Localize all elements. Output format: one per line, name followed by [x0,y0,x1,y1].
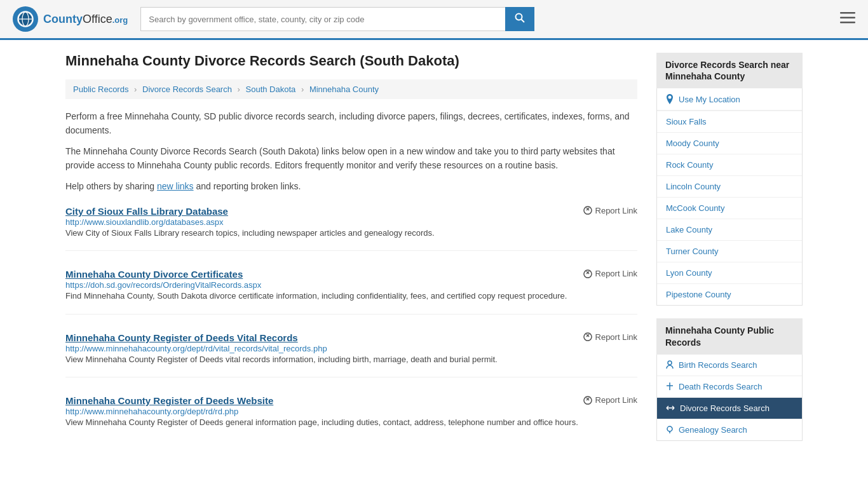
logo-icon [13,6,38,32]
breadcrumb-divorce-records[interactable]: Divorce Records Search [142,85,232,94]
result-item: City of Sioux Falls Library Database Rep… [65,206,637,252]
result-title[interactable]: City of Sioux Falls Library Database [65,206,228,217]
result-url[interactable]: http://www.minnehahacounty.org/dept/rd/r… [65,407,238,416]
report-link-1[interactable]: Report Link [583,269,637,278]
svg-rect-7 [840,17,855,19]
result-url[interactable]: http://www.minnehahacounty.org/dept/rd/v… [65,344,327,353]
public-records-title: Minnehaha County Public Records [656,318,803,354]
genealogy-search-item[interactable]: Genealogy Search [657,419,802,440]
birth-records-item[interactable]: Birth Records Search [657,355,802,376]
list-item[interactable]: Sioux Falls [657,111,802,133]
result-desc: View Minnehaha County Register of Deeds … [65,353,637,366]
svg-rect-6 [840,12,855,14]
menu-button[interactable] [840,11,855,27]
nearby-list: Use My Location Sioux Falls Moody County… [656,88,803,306]
divorce-records-item[interactable]: Divorce Records Search [657,398,802,419]
svg-point-17 [668,361,672,365]
main-container: Minnehaha County Divorce Records Search … [53,40,815,471]
description-2: The Minnehaha County Divorce Records Sea… [65,144,637,173]
use-location-label: Use My Location [679,95,740,104]
result-url[interactable]: https://doh.sd.gov/records/OrderingVital… [65,280,261,290]
search-button[interactable] [505,7,534,31]
nearby-section: Divorce Records Search near Minnehaha Co… [656,53,803,306]
svg-point-4 [516,14,522,20]
search-input[interactable] [140,7,505,31]
result-item: Minnehaha County Register of Deeds Vital… [65,332,637,378]
results-list: City of Sioux Falls Library Database Rep… [65,206,637,440]
report-link-2[interactable]: Report Link [583,332,637,342]
breadcrumb-public-records[interactable]: Public Records [73,85,128,94]
result-title[interactable]: Minnehaha County Register of Deeds Websi… [65,395,273,406]
result-url[interactable]: http://www.siouxlandlib.org/databases.as… [65,217,224,227]
svg-rect-8 [840,22,855,24]
use-location-item[interactable]: Use My Location [657,88,802,111]
search-bar [140,7,534,31]
list-item[interactable]: Rock County [657,154,802,176]
breadcrumb-south-dakota[interactable]: South Dakota [246,85,296,94]
site-header: CountyOffice.org [0,0,868,40]
list-item[interactable]: McCook County [657,198,802,219]
result-item: Minnehaha County Register of Deeds Websi… [65,395,637,440]
breadcrumb-minnehaha[interactable]: Minnehaha County [309,85,379,94]
logo-link[interactable]: CountyOffice.org [13,6,128,32]
result-title[interactable]: Minnehaha County Divorce Certificates [65,269,243,280]
list-item[interactable]: Pipestone County [657,284,802,305]
result-title[interactable]: Minnehaha County Register of Deeds Vital… [65,332,298,343]
svg-point-25 [667,426,672,431]
content-area: Minnehaha County Divorce Records Search … [65,53,637,458]
report-link-3[interactable]: Report Link [583,395,637,405]
svg-line-5 [522,20,525,23]
list-item[interactable]: Lake County [657,219,802,241]
list-item[interactable]: Lyon County [657,262,802,284]
description-1: Perform a free Minnehaha County, SD publ… [65,109,637,138]
public-records-section: Minnehaha County Public Records Birth Re… [656,318,803,440]
breadcrumb: Public Records › Divorce Records Search … [65,79,637,99]
new-links-link[interactable]: new links [157,181,194,191]
page-title: Minnehaha County Divorce Records Search … [65,53,637,69]
list-item[interactable]: Lincoln County [657,176,802,198]
result-desc: View City of Sioux Falls Library researc… [65,227,637,240]
result-desc: View Minnehaha County Register of Deeds … [65,416,637,429]
sidebar: Divorce Records Search near Minnehaha Co… [656,53,803,458]
public-records-list: Birth Records Search Death Records Searc… [656,355,803,441]
result-item: Minnehaha County Divorce Certificates Re… [65,269,637,315]
list-item[interactable]: Moody County [657,133,802,154]
nearby-title: Divorce Records Search near Minnehaha Co… [656,53,803,88]
description-3: Help others by sharing new links and rep… [65,179,637,193]
report-link-0[interactable]: Report Link [583,206,637,215]
death-records-item[interactable]: Death Records Search [657,376,802,398]
result-desc: Find Minnehaha County, South Dakota divo… [65,290,637,302]
list-item[interactable]: Turner County [657,241,802,262]
